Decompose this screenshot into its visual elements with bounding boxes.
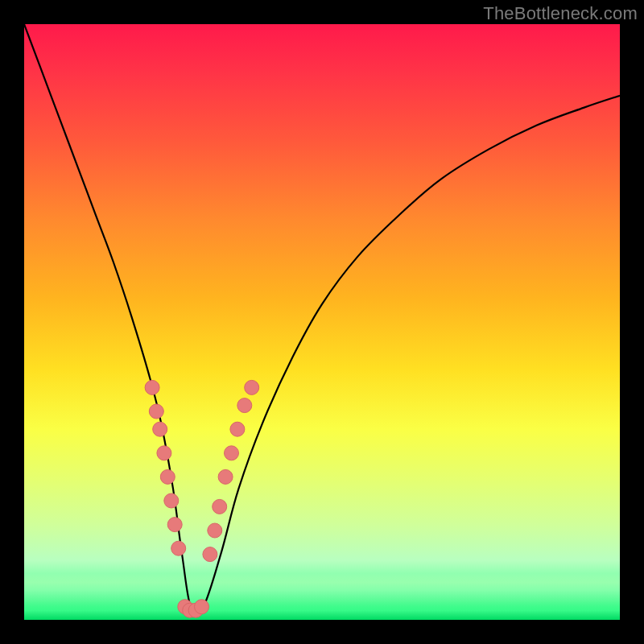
watermark-text: TheBottleneck.com xyxy=(483,3,638,24)
chart-canvas: TheBottleneck.com xyxy=(0,0,644,644)
plot-gradient-area xyxy=(24,24,620,620)
